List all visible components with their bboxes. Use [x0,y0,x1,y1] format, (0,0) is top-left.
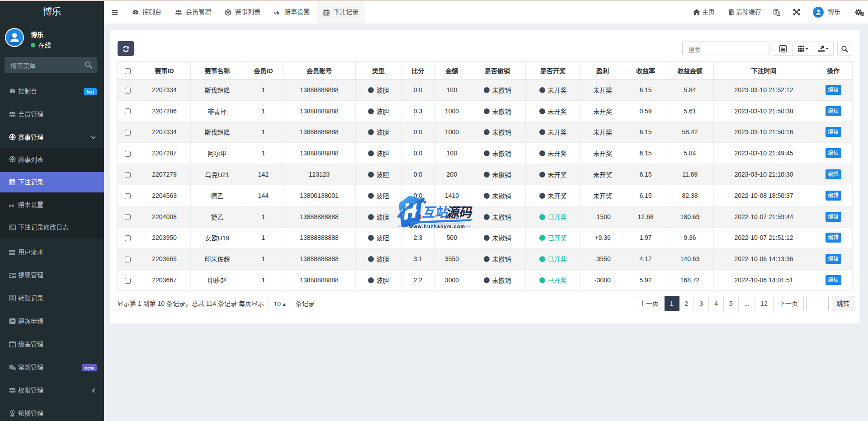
svg-text:www.huzhanym.com: www.huzhanym.com [409,224,465,229]
svg-text:vk: vk [9,203,14,208]
svg-text:A: A [778,11,780,15]
svg-text:vk: vk [274,10,280,15]
svg-text:源码: 源码 [446,205,473,220]
